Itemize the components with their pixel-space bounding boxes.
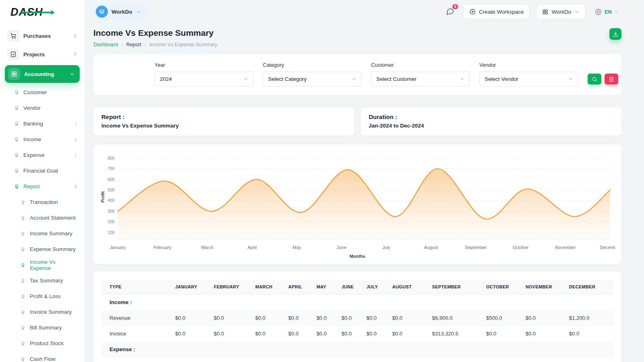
- report-value: Income Vs Expense Summary: [101, 123, 346, 129]
- page-header: Income Vs Expense Summary Dashboard›Repo…: [93, 28, 621, 47]
- topbar-actions: 0 Create Workspace WorkDo EN: [444, 4, 621, 19]
- grid-icon: [8, 68, 20, 80]
- chevron-down-icon: [574, 9, 580, 14]
- vendor-select[interactable]: Select Vendor: [479, 72, 578, 86]
- sidebar: DASH PurchasesProjectsAccountingCustomer…: [0, 0, 85, 362]
- sidebar-item-label: Income Vs Expense: [30, 259, 78, 271]
- reset-filter-button[interactable]: [605, 74, 618, 84]
- customer-select[interactable]: Select Customer: [371, 72, 470, 86]
- sidebar-item-invoice-summary[interactable]: Invoice Summary: [0, 304, 85, 320]
- y-tick-label: 800: [108, 156, 115, 160]
- income-vs-expense-chart: 800700600500400300200100JanuaryFebruaryM…: [100, 150, 615, 253]
- apply-filter-button[interactable]: [588, 74, 601, 84]
- sidebar-item-bill-summary[interactable]: Bill Summary: [0, 320, 85, 335]
- badge-icon: [14, 137, 19, 142]
- year-select[interactable]: 2024: [155, 72, 253, 86]
- sidebar-item-purchases[interactable]: Purchases: [0, 27, 85, 45]
- column-header: AUGUST: [392, 280, 432, 294]
- x-tick-label: July: [382, 245, 390, 250]
- sidebar-item-report[interactable]: Report: [0, 179, 85, 194]
- breadcrumb-item[interactable]: Dashboard: [93, 42, 118, 47]
- filter-label: Vendor: [479, 62, 578, 68]
- sidebar-item-label: Account Statement: [30, 215, 76, 221]
- table-cell: $0.0: [288, 326, 316, 341]
- sidebar-item-label: Transaction: [30, 199, 58, 205]
- sidebar-item-label: Banking: [23, 121, 43, 127]
- badge-icon: [14, 168, 19, 174]
- filter-vendor: VendorSelect Vendor: [479, 62, 578, 86]
- messages-button[interactable]: 0: [444, 5, 457, 18]
- breadcrumb-separator: ›: [121, 41, 123, 47]
- language-selector[interactable]: EN: [592, 8, 621, 16]
- chevron-down-icon: [136, 9, 141, 14]
- sidebar-item-label: Income: [23, 136, 41, 142]
- table-cell: $0.0: [255, 310, 288, 326]
- workspace-switcher[interactable]: WorkDo: [93, 3, 147, 20]
- category-select[interactable]: Select Category: [263, 72, 361, 86]
- sidebar-item-income-summary[interactable]: Income Summary: [0, 226, 85, 241]
- sidebar-item-expense[interactable]: Expense: [0, 147, 85, 163]
- x-tick-label: June: [337, 245, 347, 250]
- duration-summary-card: Duration : Jan-2024 to Dec-2024: [361, 107, 621, 136]
- sidebar-item-projects[interactable]: Projects: [0, 45, 85, 64]
- sidebar-item-product-stock[interactable]: Product Stock: [0, 335, 85, 351]
- sidebar-item-vendor[interactable]: Vendor: [0, 100, 85, 116]
- chevron-down-icon: [614, 9, 619, 14]
- x-tick-label: November: [555, 245, 576, 250]
- column-header: MAY: [316, 280, 341, 294]
- chevron-right-icon: [72, 51, 78, 57]
- sidebar-item-transaction[interactable]: Transaction: [0, 194, 85, 210]
- sidebar-item-accounting[interactable]: Accounting: [5, 65, 80, 83]
- sidebar-item-income-vs-expense[interactable]: Income Vs Expense: [0, 257, 85, 273]
- clipboard-icon: [7, 48, 19, 60]
- table-cell: $0.0: [366, 326, 392, 341]
- sidebar-item-tax-summary[interactable]: Tax Summary: [0, 273, 85, 288]
- sidebar-item-cash-flow[interactable]: Cash Flow: [0, 351, 85, 362]
- download-button[interactable]: [609, 28, 621, 40]
- apps-grid-icon: [542, 9, 548, 15]
- app-root: DASH PurchasesProjectsAccountingCustomer…: [0, 0, 644, 362]
- chart-card: 800700600500400300200100JanuaryFebruaryM…: [93, 144, 621, 264]
- table-cell: $0.0: [316, 310, 341, 326]
- chevron-down-icon: [244, 77, 248, 81]
- sidebar-item-customer[interactable]: Customer: [0, 84, 85, 100]
- sidebar-item-banking[interactable]: Banking: [0, 116, 85, 132]
- table-cell: $0.0: [175, 310, 214, 326]
- breadcrumb-item: Income Vs Expense Summary: [149, 42, 217, 47]
- badge-icon: [20, 231, 26, 237]
- badge-icon: [20, 341, 26, 346]
- breadcrumb-item[interactable]: Report: [126, 42, 142, 47]
- sidebar-item-expense-summary[interactable]: Expense Summary: [0, 241, 85, 257]
- column-header: APRIL: [288, 280, 316, 294]
- sidebar-item-label: Customer: [23, 89, 47, 95]
- table-cell: $0.0: [316, 326, 341, 341]
- chevron-down-icon: [69, 71, 75, 77]
- sidebar-nav: PurchasesProjectsAccountingCustomerVendo…: [0, 24, 85, 362]
- x-tick-label: December: [600, 245, 615, 250]
- y-tick-label: 100: [108, 230, 115, 235]
- workdo-menu-button[interactable]: WorkDo: [536, 4, 586, 19]
- table-cell: $0.0: [214, 310, 255, 326]
- table-row-revenue: Revenue$0.0$0.0$0.0$0.0$0.0$0.0$0.0$0.0$…: [101, 310, 613, 326]
- sidebar-item-profit-loss[interactable]: Profit & Loss: [0, 288, 85, 304]
- sidebar-item-account-statement[interactable]: Account Statement: [0, 210, 85, 226]
- sidebar-item-label: Report: [23, 183, 40, 189]
- main-content: WorkDo 0 Create Workspace WorkDo: [85, 0, 644, 362]
- badge-icon: [14, 121, 19, 127]
- column-header: SEPTEMBER: [432, 280, 486, 294]
- filter-label: Customer: [371, 62, 470, 68]
- table-cell: $0.0: [392, 326, 432, 341]
- workdo-menu-label: WorkDo: [551, 9, 571, 15]
- sidebar-item-label: Invoice Summary: [30, 309, 72, 315]
- select-value: Select Category: [268, 76, 307, 82]
- sidebar-item-income[interactable]: Income: [0, 132, 85, 147]
- plus-circle-icon: [469, 8, 476, 15]
- create-workspace-label: Create Workspace: [479, 9, 524, 15]
- brand-logo[interactable]: DASH: [0, 0, 85, 24]
- sidebar-item-label: Projects: [23, 51, 45, 58]
- create-workspace-button[interactable]: Create Workspace: [463, 4, 530, 19]
- table-cell: $0.0: [175, 326, 214, 341]
- chevron-right-icon: [73, 153, 78, 158]
- sidebar-item-financial-goal[interactable]: Financial Goal: [0, 163, 85, 179]
- chevron-right-icon: [73, 137, 78, 142]
